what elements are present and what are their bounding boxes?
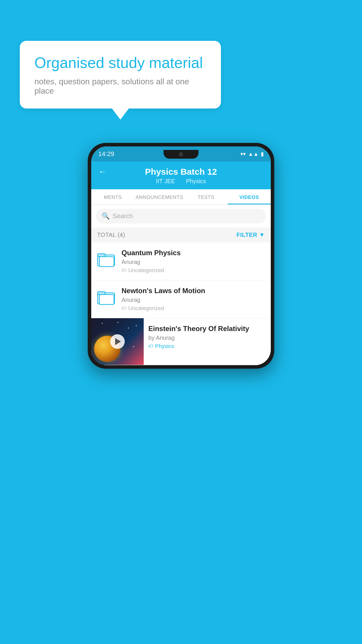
filter-label: FILTER — [236, 232, 257, 238]
app-title: Physics Batch 12 — [145, 167, 217, 177]
phone-notch — [164, 150, 198, 159]
back-button[interactable]: ← — [98, 167, 106, 176]
phone-screen: 14:29 ▾▾ ▲▲ ▮ ← Physics Batch 12 IIT JEE… — [91, 146, 271, 365]
subtitle-physics: Physics — [186, 178, 206, 184]
list-item[interactable]: Einstein's Theory Of Relativity by Anura… — [91, 318, 271, 365]
play-button[interactable] — [110, 334, 125, 349]
status-time: 14:29 — [98, 150, 114, 158]
video-author-2: Anurag — [122, 297, 266, 303]
video-info-1: Quantum Physics Anurag 🏷 Uncategorized — [122, 249, 266, 274]
tabs: MENTS ANNOUNCEMENTS TESTS VIDEOS — [91, 189, 271, 205]
tag-icon-1: 🏷 — [122, 267, 126, 273]
video-title-2: Newton's Laws of Motion — [122, 287, 266, 295]
speech-bubble-subtitle: notes, question papers, solutions all at… — [34, 77, 206, 96]
app-subtitle: IIT JEE Physics — [154, 178, 208, 185]
video-thumbnail-3 — [91, 318, 144, 365]
list-item[interactable]: Newton's Laws of Motion Anurag 🏷 Uncateg… — [91, 280, 271, 318]
battery-icon: ▮ — [261, 151, 264, 157]
tab-videos[interactable]: VIDEOS — [228, 189, 271, 204]
play-triangle-icon — [115, 338, 121, 345]
video-title-1: Quantum Physics — [122, 249, 266, 257]
filter-icon: ▼ — [259, 232, 265, 238]
filter-bar: TOTAL (4) FILTER ▼ — [91, 228, 271, 242]
tag-icon-2: 🏷 — [122, 305, 126, 311]
app-header-row: ← Physics Batch 12 — [98, 167, 264, 177]
app-header: ← Physics Batch 12 IIT JEE Physics — [91, 162, 271, 189]
svg-rect-1 — [98, 254, 105, 257]
tab-announcements[interactable]: ANNOUNCEMENTS — [134, 189, 184, 204]
speech-bubble: Organised study material notes, question… — [20, 41, 221, 108]
video-tag-2: 🏷 Uncategorized — [122, 305, 266, 312]
phone-outer: 14:29 ▾▾ ▲▲ ▮ ← Physics Batch 12 IIT JEE… — [88, 143, 274, 369]
svg-rect-4 — [98, 292, 105, 295]
video-author-1: Anurag — [122, 259, 266, 265]
video-tag-1: 🏷 Uncategorized — [122, 267, 266, 274]
speech-bubble-title: Organised study material — [34, 54, 206, 72]
folder-icon-1 — [96, 249, 116, 270]
svg-rect-2 — [99, 257, 114, 267]
svg-rect-5 — [99, 295, 114, 304]
tab-ments[interactable]: MENTS — [91, 189, 134, 204]
search-container: 🔍 Search — [91, 205, 271, 228]
folder-icon-2 — [96, 287, 116, 308]
search-icon: 🔍 — [102, 212, 110, 220]
phone-wrapper: 14:29 ▾▾ ▲▲ ▮ ← Physics Batch 12 IIT JEE… — [88, 143, 274, 369]
status-icons: ▾▾ ▲▲ ▮ — [240, 151, 264, 157]
video-tag-3: 🏷 Physics — [148, 343, 266, 349]
video-author-3: by Anurag — [148, 335, 266, 341]
video-list: Quantum Physics Anurag 🏷 Uncategorized — [91, 242, 271, 365]
search-box[interactable]: 🔍 Search — [96, 209, 266, 223]
tag-icon-3: 🏷 — [148, 343, 153, 349]
list-item[interactable]: Quantum Physics Anurag 🏷 Uncategorized — [91, 242, 271, 280]
wifi-icon: ▾▾ — [240, 151, 246, 157]
video-title-3: Einstein's Theory Of Relativity — [148, 325, 266, 333]
tab-tests[interactable]: TESTS — [184, 189, 228, 204]
total-count: TOTAL (4) — [97, 232, 125, 238]
video-info-2: Newton's Laws of Motion Anurag 🏷 Uncateg… — [122, 287, 266, 312]
video-info-3: Einstein's Theory Of Relativity by Anura… — [144, 318, 271, 356]
filter-button[interactable]: FILTER ▼ — [236, 232, 265, 238]
subtitle-iit: IIT JEE — [156, 178, 175, 184]
front-camera — [179, 152, 183, 156]
signal-icon: ▲▲ — [248, 151, 259, 157]
search-input[interactable]: Search — [113, 212, 133, 220]
